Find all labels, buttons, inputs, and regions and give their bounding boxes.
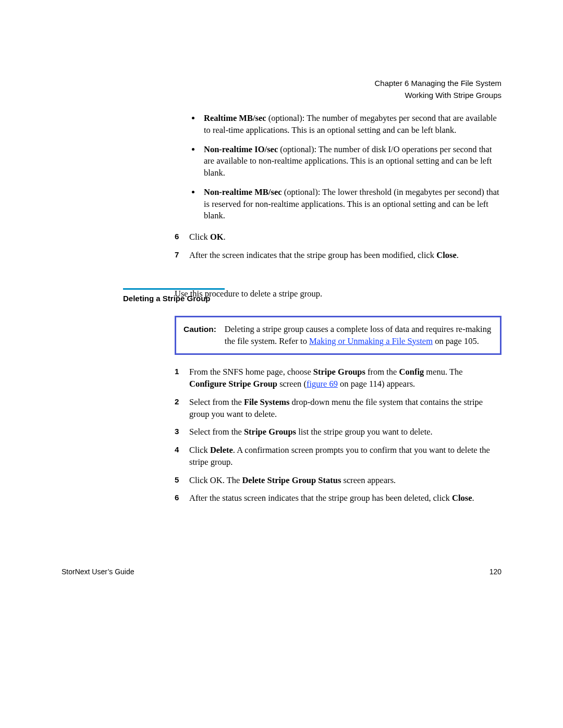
header-section: Working With Stripe Groups: [375, 90, 501, 101]
step-item: Select from the Stripe Groups list the s…: [175, 426, 501, 438]
section-body: Use this procedure to delete a stripe gr…: [175, 288, 501, 504]
step-item: Select from the File Systems drop-down m…: [175, 397, 501, 421]
sidebar-heading: Deleting a Stripe Group: [123, 288, 225, 304]
footer-left: StorNext User’s Guide: [62, 567, 134, 577]
inline-link[interactable]: figure 69: [307, 379, 338, 389]
page-header: Chapter 6 Managing the File System Worki…: [375, 78, 501, 101]
page-footer: StorNext User’s Guide 120: [62, 567, 501, 577]
steps-top: Click OK.After the screen indicates that…: [175, 231, 501, 262]
section-deleting: Deleting a Stripe Group Use this procedu…: [62, 288, 501, 511]
caution-body: Deleting a stripe group causes a complet…: [225, 324, 493, 348]
content-top: Realtime MB/sec (optional): The number o…: [175, 113, 501, 268]
caution-box: Caution: Deleting a stripe group causes …: [175, 316, 501, 355]
step-item: From the SNFS home page, choose Stripe G…: [175, 366, 501, 390]
step-item: Click Delete. A confirmation screen prom…: [175, 445, 501, 468]
caution-label: Caution:: [183, 324, 216, 335]
bullet-list: Realtime MB/sec (optional): The number o…: [175, 113, 501, 222]
step-item: After the screen indicates that the stri…: [175, 250, 501, 262]
step-item: Click OK. The Delete Stripe Group Status…: [175, 475, 501, 487]
page: Chapter 6 Managing the File System Worki…: [0, 0, 563, 728]
step-item: After the status screen indicates that t…: [175, 492, 501, 504]
bullet-item: Non-realtime MB/sec (optional): The lowe…: [201, 187, 501, 222]
footer-page-number: 120: [489, 567, 501, 577]
caution-text-2: on page 105.: [433, 336, 479, 346]
bullet-item: Non-realtime IO/sec (optional): The numb…: [201, 144, 501, 179]
bullet-item: Realtime MB/sec (optional): The number o…: [201, 113, 501, 137]
step-item: Click OK.: [175, 231, 501, 243]
steps-deleting: From the SNFS home page, choose Stripe G…: [175, 366, 501, 504]
caution-link[interactable]: Making or Unmaking a File System: [309, 336, 433, 346]
header-chapter: Chapter 6 Managing the File System: [375, 78, 501, 89]
